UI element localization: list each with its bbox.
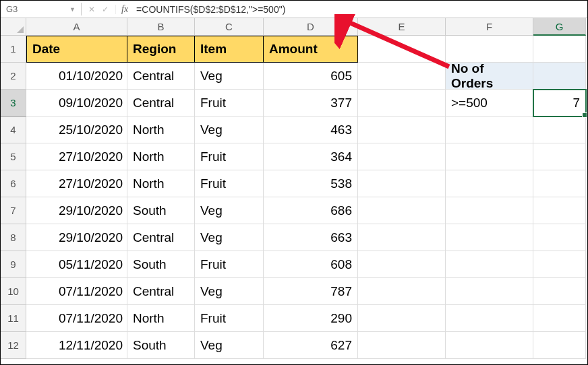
cell-a11[interactable]: 07/11/2020 <box>26 305 127 332</box>
cell-f11[interactable] <box>446 305 533 332</box>
cell-c1[interactable]: Item <box>195 36 264 63</box>
cell-e1[interactable] <box>358 36 446 63</box>
cell-g6[interactable] <box>533 170 586 197</box>
cell-e7[interactable] <box>358 197 446 224</box>
cell-g4[interactable] <box>533 117 586 143</box>
formula-input[interactable]: =COUNTIFS($D$2:$D$12,">=500") <box>134 3 587 16</box>
col-header-a[interactable]: A <box>26 18 127 36</box>
cancel-icon[interactable]: ✕ <box>88 5 95 14</box>
cell-e6[interactable] <box>358 170 446 197</box>
cell-e5[interactable] <box>358 143 446 170</box>
cell-d7[interactable]: 686 <box>264 197 358 224</box>
cell-f9[interactable] <box>446 251 533 278</box>
col-header-b[interactable]: B <box>127 18 195 36</box>
cell-g2[interactable] <box>533 63 586 90</box>
cell-e3[interactable] <box>358 90 446 117</box>
cell-e9[interactable] <box>358 251 446 278</box>
col-header-g[interactable]: G <box>533 18 586 36</box>
name-box-dropdown-icon[interactable]: ▼ <box>69 6 76 13</box>
cell-a4[interactable]: 25/10/2020 <box>26 117 127 143</box>
cell-f5[interactable] <box>446 143 533 170</box>
select-all-corner[interactable] <box>1 18 26 36</box>
enter-icon[interactable]: ✓ <box>102 5 109 14</box>
cell-g1[interactable] <box>533 36 586 63</box>
cell-f3[interactable]: >=500 <box>446 90 533 117</box>
cell-a6[interactable]: 27/10/2020 <box>26 170 127 197</box>
cell-d6[interactable]: 538 <box>264 170 358 197</box>
cell-d1[interactable]: Amount <box>264 36 358 63</box>
cell-a3[interactable]: 09/10/2020 <box>26 90 127 117</box>
cell-b8[interactable]: Central <box>127 224 195 251</box>
cell-g11[interactable] <box>533 305 586 332</box>
cell-e12[interactable] <box>358 332 446 359</box>
cell-c11[interactable]: Fruit <box>195 305 264 332</box>
cell-f12[interactable] <box>446 332 533 359</box>
cell-g12[interactable] <box>533 332 586 359</box>
row-header-12[interactable]: 12 <box>1 332 26 359</box>
cell-a12[interactable]: 12/11/2020 <box>26 332 127 359</box>
cell-d10[interactable]: 787 <box>264 278 358 305</box>
cell-d4[interactable]: 463 <box>264 117 358 143</box>
cell-g8[interactable] <box>533 224 586 251</box>
cell-g7[interactable] <box>533 197 586 224</box>
cell-c4[interactable]: Veg <box>195 117 264 143</box>
col-header-c[interactable]: C <box>195 18 264 36</box>
cell-e8[interactable] <box>358 224 446 251</box>
row-header-8[interactable]: 8 <box>1 224 26 251</box>
col-header-f[interactable]: F <box>446 18 533 36</box>
col-header-e[interactable]: E <box>358 18 446 36</box>
cell-a1[interactable]: Date <box>26 36 127 63</box>
cell-d12[interactable]: 627 <box>264 332 358 359</box>
cell-a5[interactable]: 27/10/2020 <box>26 143 127 170</box>
cell-c6[interactable]: Fruit <box>195 170 264 197</box>
cell-d8[interactable]: 663 <box>264 224 358 251</box>
row-header-7[interactable]: 7 <box>1 197 26 224</box>
cell-d11[interactable]: 290 <box>264 305 358 332</box>
cell-c5[interactable]: Fruit <box>195 143 264 170</box>
cell-a8[interactable]: 29/10/2020 <box>26 224 127 251</box>
cell-a7[interactable]: 29/10/2020 <box>26 197 127 224</box>
cell-f4[interactable] <box>446 117 533 143</box>
cell-b10[interactable]: Central <box>127 278 195 305</box>
cell-d9[interactable]: 608 <box>264 251 358 278</box>
col-header-d[interactable]: D <box>264 18 358 36</box>
cell-d5[interactable]: 364 <box>264 143 358 170</box>
cell-b7[interactable]: South <box>127 197 195 224</box>
cell-e2[interactable] <box>358 63 446 90</box>
cell-b5[interactable]: North <box>127 143 195 170</box>
cell-b4[interactable]: North <box>127 117 195 143</box>
row-header-6[interactable]: 6 <box>1 170 26 197</box>
cell-b6[interactable]: North <box>127 170 195 197</box>
cell-c3[interactable]: Fruit <box>195 90 264 117</box>
row-header-3[interactable]: 3 <box>1 90 26 117</box>
cell-g5[interactable] <box>533 143 586 170</box>
cell-a9[interactable]: 05/11/2020 <box>26 251 127 278</box>
cell-e4[interactable] <box>358 117 446 143</box>
cell-f10[interactable] <box>446 278 533 305</box>
cell-a2[interactable]: 01/10/2020 <box>26 63 127 90</box>
cell-a10[interactable]: 07/11/2020 <box>26 278 127 305</box>
row-header-9[interactable]: 9 <box>1 251 26 278</box>
cell-c9[interactable]: Fruit <box>195 251 264 278</box>
name-box[interactable]: G3 ▼ <box>1 3 82 15</box>
cell-c2[interactable]: Veg <box>195 63 264 90</box>
cell-c10[interactable]: Veg <box>195 278 264 305</box>
row-header-11[interactable]: 11 <box>1 305 26 332</box>
cell-c12[interactable]: Veg <box>195 332 264 359</box>
cell-b12[interactable]: South <box>127 332 195 359</box>
cell-f1[interactable] <box>446 36 533 63</box>
cell-d2[interactable]: 605 <box>264 63 358 90</box>
row-header-1[interactable]: 1 <box>1 36 26 63</box>
cell-f7[interactable] <box>446 197 533 224</box>
cell-e11[interactable] <box>358 305 446 332</box>
row-header-5[interactable]: 5 <box>1 143 26 170</box>
row-header-10[interactable]: 10 <box>1 278 26 305</box>
cell-c8[interactable]: Veg <box>195 224 264 251</box>
cell-b2[interactable]: Central <box>127 63 195 90</box>
cell-f6[interactable] <box>446 170 533 197</box>
cell-f8[interactable] <box>446 224 533 251</box>
cell-b9[interactable]: South <box>127 251 195 278</box>
cell-b1[interactable]: Region <box>127 36 195 63</box>
cell-g9[interactable] <box>533 251 586 278</box>
cell-g10[interactable] <box>533 278 586 305</box>
